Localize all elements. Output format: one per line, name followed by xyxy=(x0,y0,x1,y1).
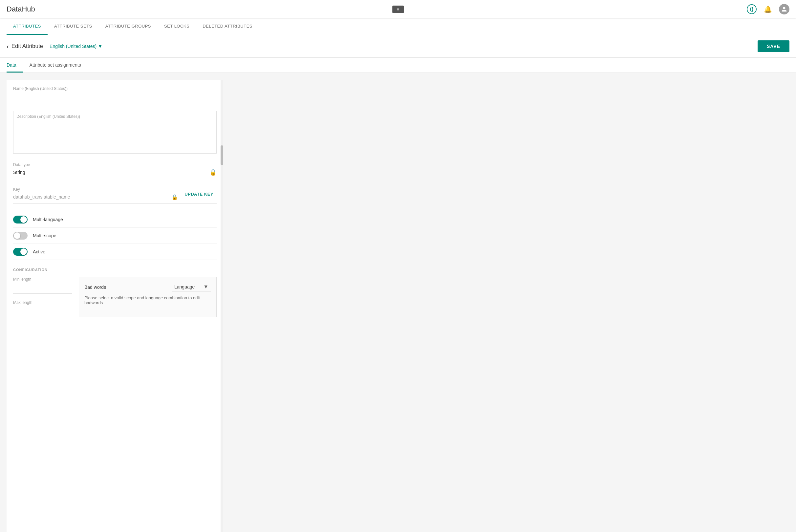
multi-scope-toggle[interactable] xyxy=(13,232,27,240)
language-dropdown[interactable]: Language ▼ xyxy=(172,283,211,291)
max-length-input[interactable] xyxy=(13,306,72,314)
menu-bar-wrapper: ≡ xyxy=(392,5,404,13)
back-arrow-icon: ‹ xyxy=(6,43,9,50)
form-panel: Name (English (United States)) Descripti… xyxy=(6,80,223,532)
avatar[interactable] xyxy=(779,4,790,15)
active-label: Active xyxy=(33,249,45,254)
min-length-label: Min length xyxy=(13,277,72,282)
data-type-row: String 🔒 xyxy=(13,168,216,179)
key-field-group: Key 🔒 UPDATE KEY xyxy=(13,187,216,204)
data-type-group: Data type String 🔒 xyxy=(13,163,216,179)
save-button[interactable]: SAVE xyxy=(758,40,790,52)
language-dropdown-label: Language xyxy=(174,284,203,289)
key-lock-icon: 🔒 xyxy=(171,194,178,200)
max-length-label: Max length xyxy=(13,300,72,305)
name-label: Name (English (United States)) xyxy=(13,86,216,91)
key-input[interactable] xyxy=(13,193,169,201)
top-nav: DataHub ≡ () 🔔 xyxy=(0,0,796,18)
description-input[interactable] xyxy=(13,111,216,154)
description-field-group: Description (English (United States)) xyxy=(13,111,216,155)
name-input[interactable] xyxy=(13,92,216,103)
scrollbar[interactable] xyxy=(221,80,223,532)
sub-tabs: Data Attribute set assignments xyxy=(0,58,796,73)
tab-nav: ATTRIBUTES ATTRIBUTE SETS ATTRIBUTE GROU… xyxy=(0,18,796,35)
tab-attribute-groups[interactable]: ATTRIBUTE GROUPS xyxy=(99,18,157,35)
badwords-title: Bad words xyxy=(84,285,168,290)
bell-icon[interactable]: 🔔 xyxy=(763,5,772,14)
menu-icon: ≡ xyxy=(397,7,399,12)
language-dropdown-arrow-icon: ▼ xyxy=(203,284,208,290)
page-header: ‹ Edit Attribute English (United States)… xyxy=(0,35,796,58)
badwords-hint: Please select a valid scope and language… xyxy=(84,296,211,305)
scrollbar-thumb xyxy=(221,146,223,165)
main-content: Name (English (United States)) Descripti… xyxy=(0,73,796,532)
data-type-select[interactable]: String xyxy=(13,168,207,176)
key-input-wrapper: Key 🔒 xyxy=(13,187,178,201)
update-key-button[interactable]: UPDATE KEY xyxy=(181,190,216,198)
multi-language-toggle-row: Multi-language xyxy=(13,212,216,228)
active-toggle-row: Active xyxy=(13,244,216,260)
tab-attributes[interactable]: ATTRIBUTES xyxy=(6,18,48,35)
tab-set-locks[interactable]: SET LOCKS xyxy=(157,18,196,35)
name-field-group: Name (English (United States)) xyxy=(13,86,216,103)
app-title: DataHub xyxy=(6,5,747,14)
tab-deleted-attributes[interactable]: DELETED ATTRIBUTES xyxy=(196,18,259,35)
tab-data[interactable]: Data xyxy=(6,58,23,73)
min-max-fields: Min length Max length xyxy=(13,277,72,317)
back-button[interactable]: ‹ xyxy=(6,43,9,50)
code-brackets-icon[interactable]: () xyxy=(747,4,757,14)
badwords-panel: Bad words Language ▼ Please select a val… xyxy=(79,277,216,317)
tab-attribute-set-assignments[interactable]: Attribute set assignments xyxy=(30,58,88,73)
multi-scope-label: Multi-scope xyxy=(33,233,56,238)
multi-language-toggle[interactable] xyxy=(13,216,27,224)
badwords-header: Bad words Language ▼ xyxy=(84,283,211,291)
min-length-input[interactable] xyxy=(13,283,72,291)
language-selector[interactable]: English (United States) ▼ xyxy=(50,44,102,49)
top-nav-icons: () 🔔 xyxy=(747,4,790,15)
menu-bar[interactable]: ≡ xyxy=(392,5,404,13)
tab-attribute-sets[interactable]: ATTRIBUTE SETS xyxy=(48,18,99,35)
page-title: Edit Attribute xyxy=(12,43,43,50)
config-fields-row: Min length Max length Bad words Languag xyxy=(13,277,216,317)
language-label: English (United States) xyxy=(50,44,96,49)
configuration-label: CONFIGURATION xyxy=(13,268,216,272)
min-length-field: Min length xyxy=(13,277,72,294)
multi-scope-toggle-row: Multi-scope xyxy=(13,228,216,244)
key-label: Key xyxy=(13,187,178,192)
max-length-field: Max length xyxy=(13,300,72,317)
data-type-label: Data type xyxy=(13,163,216,167)
configuration-section: CONFIGURATION Min length Max length xyxy=(13,268,216,317)
language-dropdown-arrow: ▼ xyxy=(98,44,102,49)
data-type-lock-icon: 🔒 xyxy=(209,169,216,176)
multi-language-label: Multi-language xyxy=(33,217,63,222)
active-toggle[interactable] xyxy=(13,248,27,256)
